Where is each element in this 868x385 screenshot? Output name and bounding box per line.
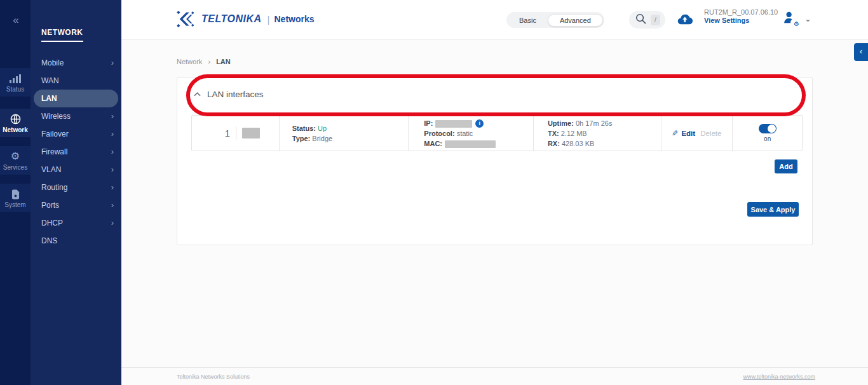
info-icon[interactable]: i	[475, 119, 484, 128]
uptime-label: Uptime:	[548, 119, 574, 127]
menu-item-wan[interactable]: WAN	[31, 72, 121, 90]
toggle-knob	[768, 125, 776, 133]
search-icon	[635, 13, 647, 27]
ip-value-redacted	[435, 120, 472, 128]
menu-item-routing[interactable]: Routing ›	[31, 179, 121, 196]
status-cell: Status: Up Type: Bridge	[279, 116, 409, 151]
view-settings-link[interactable]: View Settings	[704, 17, 778, 25]
footer: Teltonika Networks Solutions www.teltoni…	[121, 367, 868, 385]
menu-item-label: DNS	[41, 232, 57, 250]
uptime-value: 0h 17m 26s	[576, 119, 612, 127]
mode-toggle: Basic Advanced	[506, 12, 604, 28]
rail-item-status[interactable]: Status	[0, 68, 31, 97]
rail-item-label: Status	[0, 86, 31, 93]
footer-website-link[interactable]: www.teltonika-networks.com	[743, 374, 815, 380]
submenu-list: Mobile › WAN LAN Wireless › Failover › F…	[31, 54, 121, 250]
menu-item-label: Firewall	[41, 143, 67, 161]
toggle-state-label: on	[764, 135, 771, 142]
chevron-right-icon: ›	[111, 161, 114, 179]
footer-company-text: Teltonika Networks Solutions	[177, 374, 250, 380]
mode-advanced-button[interactable]: Advanced	[548, 14, 603, 27]
breadcrumb-parent[interactable]: Network	[177, 58, 202, 65]
menu-item-label: Wireless	[41, 107, 71, 125]
enable-cell: on	[732, 116, 802, 151]
delete-button[interactable]: Delete	[700, 130, 721, 137]
type-value: Bridge	[312, 135, 332, 142]
rail-item-label: Network	[0, 126, 31, 133]
mode-basic-button[interactable]: Basic	[508, 15, 548, 26]
edit-button[interactable]: Edit	[681, 130, 695, 137]
rail-item-label: System	[0, 201, 31, 208]
top-bar: TELTONIKA | Networks Basic Advanced / RU…	[121, 0, 868, 40]
submenu-section-title: NETWORK	[41, 28, 83, 42]
rms-cloud-button[interactable]	[677, 13, 693, 27]
sidebar-rail: « Status Network ⚙ Services System	[0, 0, 31, 385]
breadcrumb-separator-icon: ›	[208, 58, 210, 65]
device-info: RUT2M_R_00.07.06.10 View Settings	[704, 8, 778, 25]
sidebar-collapse-icon[interactable]: «	[0, 14, 31, 27]
gear-icon: ⚙	[0, 151, 31, 162]
menu-item-wireless[interactable]: Wireless ›	[31, 107, 121, 125]
menu-item-label: Mobile	[41, 54, 64, 72]
lan-interface-row: 1 Status: Up Type: Bridge IP:i Protocol:…	[191, 115, 803, 151]
menu-item-label: WAN	[41, 72, 59, 90]
search-button[interactable]: /	[629, 11, 665, 29]
pencil-icon: ✎	[672, 129, 678, 138]
menu-item-label: Failover	[41, 125, 69, 143]
menu-item-lan[interactable]: LAN	[34, 90, 118, 107]
menu-item-vlan[interactable]: VLAN ›	[31, 161, 121, 179]
save-apply-button[interactable]: Save & Apply	[747, 202, 799, 217]
add-button[interactable]: Add	[775, 159, 797, 173]
cell-divider	[236, 126, 236, 140]
rail-item-label: Services	[0, 164, 31, 171]
mac-label: MAC:	[424, 140, 442, 147]
network-submenu-panel: NETWORK Mobile › WAN LAN Wireless › Fail…	[31, 0, 121, 385]
card-collapse-header[interactable]: LAN interfaces	[194, 90, 264, 99]
mac-value-redacted	[445, 140, 496, 148]
tx-label: TX:	[548, 130, 559, 137]
addressing-cell: IP:i Protocol: static MAC:	[408, 116, 533, 151]
menu-item-dns[interactable]: DNS	[31, 232, 121, 250]
rail-item-network[interactable]: Network	[0, 109, 31, 137]
menu-item-label: DHCP	[41, 214, 63, 232]
menu-item-ports[interactable]: Ports ›	[31, 196, 121, 214]
side-panel-open-button[interactable]: ‹	[854, 43, 868, 61]
menu-item-mobile[interactable]: Mobile ›	[31, 54, 121, 72]
chevron-right-icon: ›	[111, 125, 114, 143]
menu-item-dhcp[interactable]: DHCP ›	[31, 214, 121, 232]
chevron-right-icon: ›	[111, 179, 114, 196]
teltonika-logo[interactable]: TELTONIKA | Networks	[176, 11, 315, 27]
lan-interfaces-card: LAN interfaces 1 Status: Up Type: Bridge…	[177, 78, 813, 245]
menu-item-label: Ports	[41, 196, 59, 214]
type-label: Type:	[292, 135, 311, 142]
interface-name-cell: 1	[192, 116, 279, 151]
menu-item-failover[interactable]: Failover ›	[31, 125, 121, 143]
menu-item-label: VLAN	[41, 161, 61, 179]
interface-on-toggle[interactable]	[759, 124, 776, 133]
chevron-down-icon: ⌄	[804, 14, 811, 24]
menu-item-firewall[interactable]: Firewall ›	[31, 143, 121, 161]
rail-item-system[interactable]: System	[0, 184, 31, 212]
device-name: RUT2M_R_00.07.06.10	[704, 8, 778, 17]
user-menu[interactable]: ⚙ ⌄	[783, 11, 811, 26]
globe-icon	[0, 113, 31, 125]
chevron-right-icon: ›	[111, 54, 114, 72]
status-label: Status:	[292, 125, 316, 132]
menu-item-label: Routing	[41, 179, 67, 196]
breadcrumb: Network › LAN	[177, 58, 231, 65]
collapse-caret-icon	[194, 92, 201, 97]
chevron-right-icon: ›	[111, 196, 114, 214]
chevron-right-icon: ›	[111, 143, 114, 161]
traffic-cell: Uptime: 0h 17m 26s TX: 2.12 MB RX: 428.0…	[533, 116, 661, 151]
logo-brand-text: TELTONIKA	[201, 13, 262, 25]
card-title: LAN interfaces	[207, 90, 264, 99]
protocol-label: Protocol:	[424, 130, 454, 137]
chevron-left-icon: ‹	[860, 46, 862, 56]
menu-item-label: LAN	[41, 90, 57, 107]
chevron-right-icon: ›	[111, 107, 114, 125]
rail-item-services[interactable]: ⚙ Services	[0, 146, 31, 175]
rx-value: 428.03 KB	[562, 140, 594, 147]
teltonika-logo-mark	[176, 11, 199, 27]
user-admin-icon: ⚙	[783, 11, 797, 26]
main-content: Network › LAN ‹ LAN interfaces 1 Status:…	[121, 40, 868, 385]
